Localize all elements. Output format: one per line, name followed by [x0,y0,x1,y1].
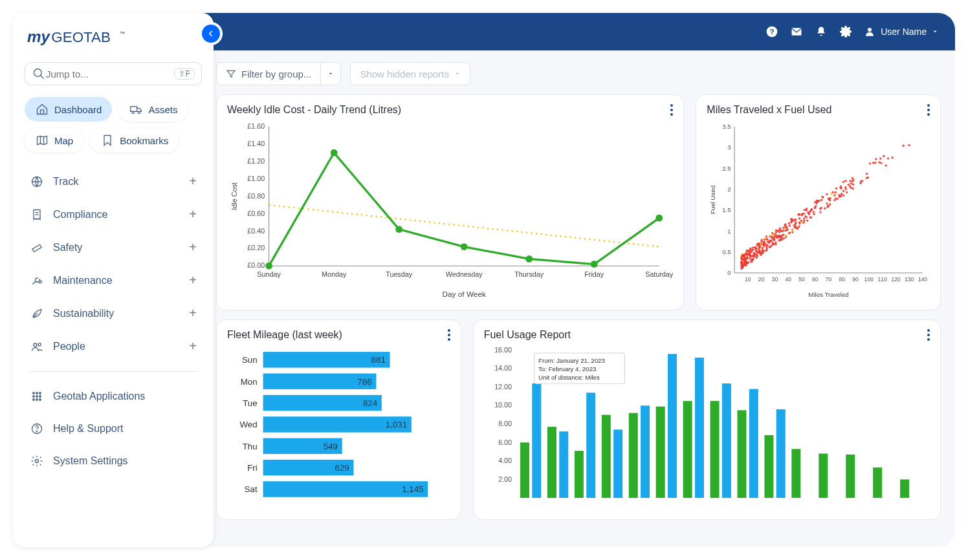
nav-track[interactable]: Track + [25,166,202,197]
pill-dashboard[interactable]: Dashboard [25,97,112,122]
expand-icon[interactable]: + [189,339,197,354]
svg-rect-503 [613,429,622,498]
collapse-sidebar-button[interactable] [199,22,223,45]
svg-point-442 [832,191,834,193]
nav-people[interactable]: People + [25,330,202,362]
svg-text:549: 549 [324,442,338,451]
svg-point-449 [773,242,775,244]
search-input[interactable] [46,69,174,80]
svg-point-281 [828,205,830,207]
jump-to-search[interactable]: ⇧F [25,62,202,85]
help-icon[interactable]: ? [765,25,778,38]
svg-point-273 [824,208,826,210]
expand-icon[interactable]: + [189,306,197,321]
card-menu-button[interactable] [927,104,930,116]
truck-icon [129,102,143,116]
svg-rect-30 [792,28,802,36]
svg-point-229 [801,214,803,216]
nav-sustainability[interactable]: Sustainability + [25,297,202,329]
svg-rect-496 [520,442,529,498]
svg-text:0.5: 0.5 [723,248,731,255]
filter-by-group[interactable]: Filter by group... [216,62,341,85]
expand-icon[interactable]: + [189,273,197,288]
svg-point-287 [834,199,836,201]
svg-point-367 [767,241,769,242]
user-menu[interactable]: User Name [864,26,938,38]
svg-rect-510 [710,401,719,498]
svg-point-55 [461,243,468,250]
user-name-label: User Name [881,27,927,37]
nav-system-settings[interactable]: System Settings [25,446,202,477]
card-menu-button[interactable] [448,329,450,341]
receipt-icon [30,208,44,222]
nav-maintenance[interactable]: Maintenance + [25,264,202,296]
svg-rect-516 [791,449,800,498]
svg-text:140: 140 [918,276,928,283]
pill-label: Assets [148,104,177,115]
nav-help[interactable]: Help & Support [25,413,202,444]
pill-map[interactable]: Map [25,128,83,153]
svg-text:60: 60 [812,276,819,283]
svg-point-306 [752,249,754,251]
search-shortcut: ⇧F [174,68,195,80]
svg-text:£1.00: £1.00 [247,175,265,182]
svg-point-314 [778,229,780,231]
svg-point-215 [850,180,852,182]
svg-point-309 [741,259,743,261]
card-idle-cost: Weekly Idle Cost - Daily Trend (Litres) … [216,94,684,310]
filter-main[interactable]: Filter by group... [217,63,320,85]
filter-main[interactable]: Show hidden reports [351,63,470,85]
svg-point-390 [753,255,754,257]
nav-list: Track + Compliance + Safety + Maintenanc… [25,166,202,477]
svg-text:10: 10 [745,276,751,283]
card-menu-button[interactable] [927,329,930,341]
svg-text:£1.20: £1.20 [247,157,265,165]
svg-text:Unit of distance: Miles: Unit of distance: Miles [538,374,600,381]
svg-text:3: 3 [728,144,731,151]
mail-icon[interactable] [790,25,803,38]
svg-text:Thu: Thu [243,442,258,451]
svg-point-56 [525,255,533,263]
svg-point-198 [784,224,786,226]
svg-point-350 [842,194,844,196]
show-hidden-reports[interactable]: Show hidden reports [350,62,470,85]
settings-icon[interactable] [839,25,852,38]
expand-icon[interactable]: + [189,207,197,222]
svg-point-154 [842,190,844,192]
pill-bookmarks[interactable]: Bookmarks [90,128,179,153]
svg-text:50: 50 [798,276,805,283]
ruler-icon [30,241,44,255]
svg-point-104 [879,157,881,159]
pill-assets[interactable]: Assets [118,97,188,122]
svg-text:0: 0 [728,269,732,276]
expand-icon[interactable]: + [189,240,197,255]
nav-apps[interactable]: Geotab Applications [25,381,202,412]
nav-safety[interactable]: Safety + [25,232,202,263]
svg-point-201 [791,231,793,233]
filter-caret[interactable] [320,63,340,85]
svg-point-429 [751,260,753,262]
card-menu-button[interactable] [670,104,673,116]
svg-text:40: 40 [786,276,792,283]
svg-text:£0.40: £0.40 [247,227,265,235]
svg-point-108 [786,234,787,236]
bell-icon[interactable] [815,25,828,38]
svg-point-33 [868,28,872,32]
svg-text:120: 120 [891,276,901,283]
svg-text:10.00: 10.00 [494,402,512,409]
svg-point-402 [850,182,852,184]
svg-point-324 [752,246,754,248]
filter-label: Show hidden reports [360,69,449,80]
card-title: Fleet Mileage (last week) [227,329,342,341]
svg-point-338 [760,252,762,254]
expand-icon[interactable]: + [189,174,197,189]
svg-point-414 [749,252,751,254]
svg-point-353 [806,208,808,210]
fleet-mileage-chart: Sun881Mon786Tue824Wed1,031Thu549Fri629Sa… [227,345,450,510]
nav-compliance[interactable]: Compliance + [25,199,202,230]
svg-point-444 [852,188,854,189]
svg-text:my: my [27,28,51,45]
svg-text:Fri: Fri [247,463,258,473]
svg-point-422 [828,198,830,200]
svg-point-22 [33,399,35,401]
